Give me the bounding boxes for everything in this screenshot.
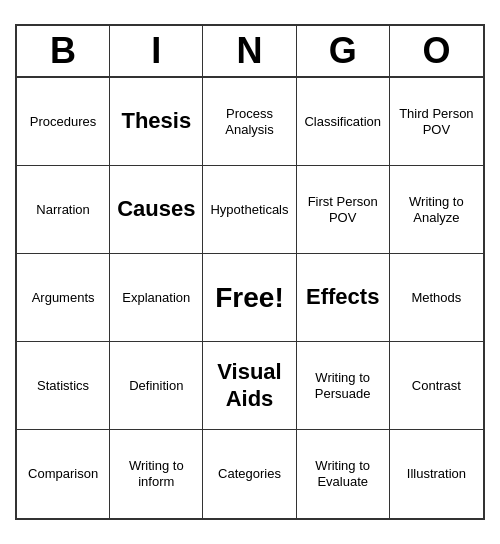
bingo-cell-4: Third Person POV <box>390 78 483 166</box>
header-letter-I: I <box>110 26 203 76</box>
bingo-cell-6: Causes <box>110 166 203 254</box>
bingo-cell-8: First Person POV <box>297 166 390 254</box>
bingo-cell-0: Procedures <box>17 78 110 166</box>
bingo-cell-18: Writing to Persuade <box>297 342 390 430</box>
bingo-cell-3: Classification <box>297 78 390 166</box>
header-letter-N: N <box>203 26 296 76</box>
header-letter-O: O <box>390 26 483 76</box>
bingo-cell-10: Arguments <box>17 254 110 342</box>
header-letter-G: G <box>297 26 390 76</box>
bingo-cell-23: Writing to Evaluate <box>297 430 390 518</box>
bingo-cell-2: Process Analysis <box>203 78 296 166</box>
bingo-cell-12: Free! <box>203 254 296 342</box>
bingo-cell-13: Effects <box>297 254 390 342</box>
bingo-cell-20: Comparison <box>17 430 110 518</box>
bingo-cell-22: Categories <box>203 430 296 518</box>
bingo-cell-19: Contrast <box>390 342 483 430</box>
bingo-cell-24: Illustration <box>390 430 483 518</box>
bingo-cell-5: Narration <box>17 166 110 254</box>
bingo-header: BINGO <box>17 26 483 78</box>
bingo-cell-14: Methods <box>390 254 483 342</box>
bingo-card: BINGO ProceduresThesisProcess AnalysisCl… <box>15 24 485 520</box>
bingo-cell-17: Visual Aids <box>203 342 296 430</box>
bingo-cell-11: Explanation <box>110 254 203 342</box>
bingo-cell-15: Statistics <box>17 342 110 430</box>
bingo-cell-16: Definition <box>110 342 203 430</box>
header-letter-B: B <box>17 26 110 76</box>
bingo-cell-9: Writing to Analyze <box>390 166 483 254</box>
bingo-grid: ProceduresThesisProcess AnalysisClassifi… <box>17 78 483 518</box>
bingo-cell-21: Writing to inform <box>110 430 203 518</box>
bingo-cell-7: Hypotheticals <box>203 166 296 254</box>
bingo-cell-1: Thesis <box>110 78 203 166</box>
